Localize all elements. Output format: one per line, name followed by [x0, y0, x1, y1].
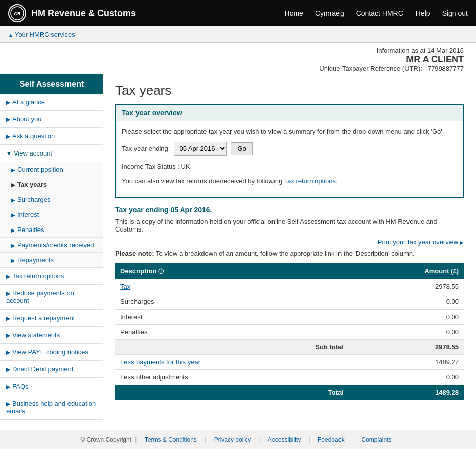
- brand-name: HM Revenue & Customs: [31, 8, 136, 19]
- table-row: Less payments for this year 1489.27: [115, 354, 464, 369]
- sidebar-item-business-help[interactable]: ▶Business help and education emails: [0, 395, 103, 420]
- footer-privacy[interactable]: Privacy policy: [214, 436, 251, 443]
- info-date: Information as at 14 Mar 2016: [12, 47, 464, 54]
- less-payments-link[interactable]: Less payments for this year: [120, 358, 200, 366]
- sidebar-item-faqs[interactable]: ▶FAQs: [0, 378, 103, 395]
- row-tax-desc: Tax: [115, 279, 349, 294]
- please-note: Please note: To view a breakdown of an a…: [115, 250, 464, 257]
- tax-year-heading: Tax year ending 05 Apr 2016.: [115, 206, 464, 214]
- sidebar-sub-tax-years[interactable]: ▶Tax years: [0, 177, 103, 192]
- user-info: Information as at 14 Mar 2016 MR A CLIEN…: [0, 43, 476, 74]
- total-row: Total 1489.28: [115, 385, 464, 400]
- sidebar-sub-payments-credits[interactable]: ▶Payments/credits received: [0, 237, 103, 252]
- svg-text:CR: CR: [14, 11, 21, 16]
- sidebar-sub-current-position[interactable]: ▶Current position: [0, 162, 103, 177]
- tax-return-options-link[interactable]: Tax return options: [284, 177, 336, 185]
- row-tax-amount: 2978.55: [349, 279, 464, 294]
- services-bar: Your HMRC services: [0, 26, 476, 43]
- row-interest-desc: Interest: [115, 309, 349, 324]
- tax-year-section: Tax year ending 05 Apr 2016. This is a c…: [115, 206, 464, 246]
- tax-link[interactable]: Tax: [120, 283, 130, 290]
- main-nav: Home Cymraeg Contact HMRC Help Sign out: [285, 9, 468, 17]
- total-value: 1489.28: [349, 385, 464, 400]
- sidebar-sub-view-account: ▶Current position ▶Tax years ▶Surcharges…: [0, 162, 103, 267]
- sidebar-sub-repayments[interactable]: ▶Repayments: [0, 252, 103, 267]
- row-interest-amount: 0.00: [349, 309, 464, 324]
- sidebar-item-paye-coding[interactable]: ▶View PAYE coding notices: [0, 344, 103, 361]
- footer-terms[interactable]: Terms & Conditions: [145, 436, 197, 443]
- logo-icon: CR: [8, 4, 26, 22]
- income-tax-status: Income Tax Status : UK: [122, 162, 457, 172]
- tax-year-description: This is a copy of the information held o…: [115, 218, 464, 233]
- tax-year-label: Tax year ending:: [122, 145, 170, 152]
- col-description: Description ⓘ: [115, 263, 349, 279]
- site-header: CR HM Revenue & Customs Home Cymraeg Con…: [0, 0, 476, 26]
- page-title: Tax years: [115, 83, 464, 98]
- less-adjustments-desc: Less other adjustments: [115, 369, 349, 385]
- sidebar-item-about-you[interactable]: ▶About you: [0, 111, 103, 128]
- subtotal-row: Sub total 2978.55: [115, 339, 464, 354]
- main-layout: Self Assessment ▶At a glance ▶About you …: [0, 74, 476, 420]
- nav-help[interactable]: Help: [416, 9, 430, 17]
- utr-value: 7799887777: [428, 65, 464, 72]
- help-icon[interactable]: ⓘ: [158, 268, 164, 274]
- footer: © Crown Copyright | Terms & Conditions |…: [0, 430, 476, 449]
- row-penalties-amount: 0.00: [349, 324, 464, 339]
- col-amount: Amount (£): [349, 263, 464, 279]
- sidebar-sub-penalties[interactable]: ▶Penalties: [0, 222, 103, 237]
- sidebar: Self Assessment ▶At a glance ▶About you …: [0, 74, 103, 420]
- subtotal-value: 2978.55: [349, 339, 464, 354]
- nav-home[interactable]: Home: [285, 9, 303, 17]
- sidebar-item-direct-debit[interactable]: ▶Direct Debit payment: [0, 361, 103, 378]
- overview-body: Please select the appropriate tax year y…: [116, 121, 463, 197]
- table-row: Interest 0.00: [115, 309, 464, 324]
- overview-header: Tax year overview: [116, 105, 463, 121]
- sidebar-sub-interest[interactable]: ▶Interest: [0, 207, 103, 222]
- footer-accessibility[interactable]: Accessibility: [268, 436, 301, 443]
- footer-feedback[interactable]: Feedback: [318, 436, 345, 443]
- row-surcharges-desc: Surcharges: [115, 294, 349, 309]
- total-label: Total: [115, 385, 349, 400]
- sidebar-item-reduce-payments[interactable]: ▶Reduce payments on account: [0, 285, 103, 310]
- overview-box: Tax year overview Please select the appr…: [115, 104, 464, 198]
- less-adjustments-value: 0.00: [349, 369, 464, 385]
- utr-line: Unique Taxpayer Reference (UTR): 7799887…: [12, 65, 464, 72]
- overview-description: Please select the appropriate tax year y…: [122, 127, 457, 137]
- nav-cymraeg[interactable]: Cymraeg: [315, 9, 344, 17]
- utr-label: Unique Taxpayer Reference (UTR):: [319, 65, 422, 72]
- row-surcharges-amount: 0.00: [349, 294, 464, 309]
- view-returns-text: You can also view tax returns due/receiv…: [122, 176, 457, 186]
- sidebar-item-request-repayment[interactable]: ▶Request a repayment: [0, 310, 103, 327]
- services-link[interactable]: Your HMRC services: [8, 31, 75, 38]
- table-row: Tax 2978.55: [115, 279, 464, 294]
- sidebar-title: Self Assessment: [0, 74, 103, 94]
- sidebar-item-view-account[interactable]: ▼View account ▶Current position ▶Tax yea…: [0, 145, 103, 268]
- less-payments-desc: Less payments for this year: [115, 354, 349, 369]
- tax-year-select[interactable]: 05 Apr 2016 05 Apr 2015 05 Apr 2014: [174, 142, 227, 156]
- summary-table: Description ⓘ Amount (£) Tax 2978.55 Sur…: [115, 263, 464, 400]
- sidebar-item-ask-question[interactable]: ▶Ask a question: [0, 128, 103, 145]
- row-penalties-desc: Penalties: [115, 324, 349, 339]
- less-payments-value: 1489.27: [349, 354, 464, 369]
- logo-area: CR HM Revenue & Customs: [8, 4, 136, 22]
- nav-signout[interactable]: Sign out: [442, 9, 468, 17]
- table-row: Surcharges 0.00: [115, 294, 464, 309]
- footer-complaints[interactable]: Complaints: [362, 436, 392, 443]
- copyright: © Crown Copyright: [80, 436, 131, 443]
- tax-year-row: Tax year ending: 05 Apr 2016 05 Apr 2015…: [122, 142, 457, 156]
- main-content: Tax years Tax year overview Please selec…: [103, 74, 476, 420]
- go-button[interactable]: Go: [231, 142, 252, 155]
- user-name: MR A CLIENT: [12, 54, 464, 65]
- table-row: Penalties 0.00: [115, 324, 464, 339]
- nav-contact[interactable]: Contact HMRC: [356, 9, 403, 17]
- subtotal-label: Sub total: [115, 339, 349, 354]
- sidebar-item-tax-return-options[interactable]: ▶Tax return options: [0, 268, 103, 285]
- print-link-container: Print your tax year overview: [115, 238, 464, 246]
- print-link[interactable]: Print your tax year overview: [378, 238, 464, 246]
- table-row: Less other adjustments 0.00: [115, 369, 464, 385]
- sidebar-sub-surcharges[interactable]: ▶Surcharges: [0, 192, 103, 207]
- sidebar-item-at-a-glance[interactable]: ▶At a glance: [0, 94, 103, 111]
- sidebar-item-view-statements[interactable]: ▶View statements: [0, 327, 103, 344]
